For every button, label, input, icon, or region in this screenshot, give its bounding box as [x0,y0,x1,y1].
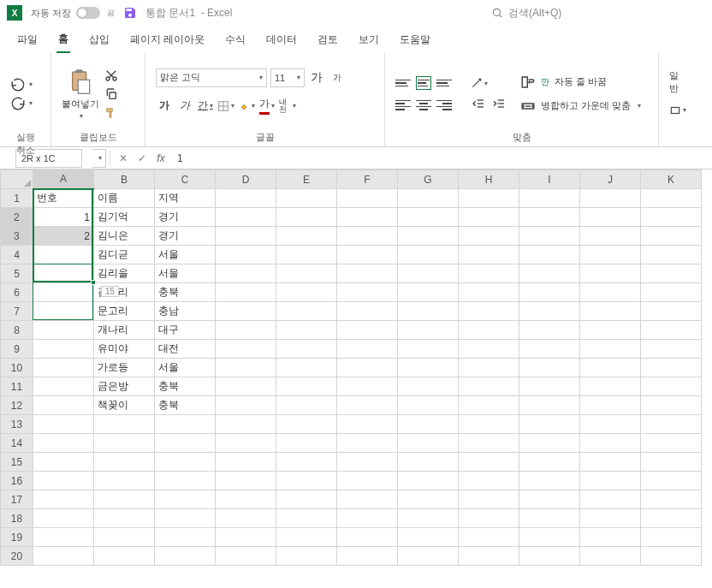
cell-C5[interactable]: 서울 [155,264,216,283]
cell-B7[interactable]: 문고리 [94,302,155,321]
cell-H1[interactable] [459,189,519,208]
cell-C8[interactable]: 대구 [155,321,216,340]
column-header-B[interactable]: B [94,170,155,189]
cell-G6[interactable] [398,283,459,302]
cell-F13[interactable] [337,415,398,434]
cell-I8[interactable] [519,321,580,340]
cell-G7[interactable] [398,302,459,321]
align-left-button[interactable] [395,98,411,112]
save-icon[interactable] [123,6,137,20]
column-header-D[interactable]: D [216,170,276,189]
row-header-3[interactable]: 3 [1,227,33,246]
cell-G12[interactable] [398,396,459,415]
cell-J19[interactable] [580,528,641,547]
select-all-corner[interactable] [1,170,33,189]
menu-formulas[interactable]: 수식 [223,27,247,52]
cell-B1[interactable]: 이름 [94,189,155,208]
cell-B13[interactable] [94,415,155,434]
cell-H12[interactable] [459,396,519,415]
cell-B9[interactable]: 유미야 [94,340,155,359]
menu-home[interactable]: 홈 [56,27,70,53]
column-header-C[interactable]: C [155,170,216,189]
cell-J7[interactable] [580,302,641,321]
cut-icon[interactable] [104,68,118,82]
cell-H4[interactable] [459,246,519,264]
orientation-button[interactable]: ▾ [471,74,488,92]
cell-E18[interactable] [276,509,337,528]
cell-G2[interactable] [398,208,459,227]
cell-K13[interactable] [641,415,702,434]
cell-B20[interactable] [94,547,155,566]
cell-F5[interactable] [337,264,398,283]
cell-G17[interactable] [398,490,459,509]
cell-E17[interactable] [276,490,337,509]
cell-D10[interactable] [216,359,276,377]
cell-C1[interactable]: 지역 [155,189,216,208]
cell-J1[interactable] [580,189,641,208]
cell-F10[interactable] [337,359,398,377]
row-header-15[interactable]: 15 [1,453,33,472]
cell-B17[interactable] [94,490,155,509]
cell-K6[interactable] [641,283,702,302]
font-size-select[interactable]: 11▾ [270,68,305,87]
cell-G20[interactable] [398,547,459,566]
cell-B18[interactable] [94,509,155,528]
menu-page-layout[interactable]: 페이지 레이아웃 [128,27,206,52]
cell-A2[interactable]: 1 [33,208,94,227]
cell-I2[interactable] [519,208,580,227]
decrease-font-button[interactable]: 가 [329,69,346,86]
redo-button[interactable]: ▾ [10,96,33,111]
cell-F16[interactable] [337,472,398,490]
cell-I4[interactable] [519,246,580,264]
cell-H6[interactable] [459,283,519,302]
border-button[interactable]: ▾ [217,98,234,115]
cell-H9[interactable] [459,340,519,359]
align-center-button[interactable] [416,98,431,112]
row-header-10[interactable]: 10 [1,359,33,377]
cell-I1[interactable] [519,189,580,208]
align-top-button[interactable] [395,76,411,90]
cell-A8[interactable] [33,321,94,340]
cell-H8[interactable] [459,321,519,340]
decrease-indent-button[interactable] [471,97,486,113]
cell-E4[interactable] [276,246,337,264]
cell-I5[interactable] [519,264,580,283]
accounting-format-button[interactable]: ▾ [669,102,686,119]
cell-K7[interactable] [641,302,702,321]
cell-D1[interactable] [216,189,276,208]
phonetic-guide-button[interactable]: 내천▾ [279,98,296,115]
cell-C18[interactable] [155,509,216,528]
cell-J20[interactable] [580,547,641,566]
cell-F2[interactable] [337,208,398,227]
cell-C20[interactable] [155,547,216,566]
row-header-11[interactable]: 11 [1,377,33,396]
row-header-17[interactable]: 17 [1,490,33,509]
cell-G11[interactable] [398,377,459,396]
cell-K1[interactable] [641,189,702,208]
formula-input[interactable] [170,149,712,168]
underline-button[interactable]: 간▾ [197,98,214,115]
cell-H14[interactable] [459,434,519,453]
cell-I3[interactable] [519,227,580,246]
increase-font-button[interactable]: 가 [308,69,325,86]
paste-button[interactable]: 붙여넣기 ▾ [62,68,99,120]
cell-H13[interactable] [459,415,519,434]
cell-E14[interactable] [276,434,337,453]
cell-C19[interactable] [155,528,216,547]
cell-I10[interactable] [519,359,580,377]
cell-F6[interactable] [337,283,398,302]
cell-K10[interactable] [641,359,702,377]
row-header-1[interactable]: 1 [1,189,33,208]
cell-C7[interactable]: 충남 [155,302,216,321]
row-header-8[interactable]: 8 [1,321,33,340]
row-header-13[interactable]: 13 [1,415,33,434]
cell-C6[interactable]: 충북 [155,283,216,302]
cell-J6[interactable] [580,283,641,302]
cell-E1[interactable] [276,189,337,208]
cell-D7[interactable] [216,302,276,321]
cell-D12[interactable] [216,396,276,415]
number-format-select[interactable]: 일반 [669,69,686,95]
cell-I16[interactable] [519,472,580,490]
cell-C15[interactable] [155,453,216,472]
cell-H11[interactable] [459,377,519,396]
